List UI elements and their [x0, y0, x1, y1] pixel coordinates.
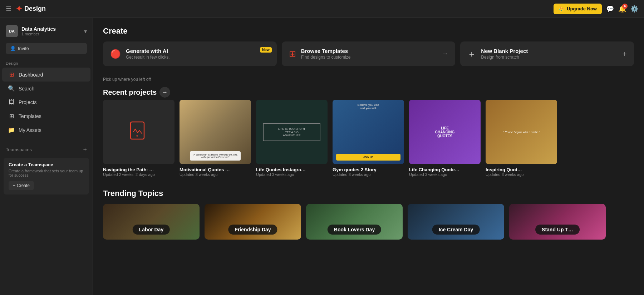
- project-date: Updated 3 weeks ago: [486, 172, 557, 177]
- gear-icon: ⚙️: [630, 5, 638, 13]
- workspace-info: Data Analytics 1 member: [21, 26, 80, 36]
- plus-icon: +: [13, 183, 15, 188]
- project-date: Updated 3 weeks ago: [256, 172, 328, 177]
- user-plus-icon: 👤: [10, 46, 16, 51]
- notifications-button[interactable]: 🔔 6: [618, 5, 626, 13]
- recent-projects-title: Recent projects: [103, 88, 157, 97]
- sidebar-item-projects-label: Projects: [19, 99, 37, 105]
- list-item[interactable]: Book Lovers Day: [306, 204, 403, 240]
- invite-label: Invite: [18, 46, 29, 51]
- brand: ✦ Design: [16, 4, 46, 14]
- projects-icon: 🖼: [8, 99, 15, 105]
- new-project-card-subtitle: Design from scratch: [481, 55, 528, 60]
- sidebar-item-my-assets[interactable]: 📁 My Assets: [2, 123, 90, 137]
- ice-cream-day-label: Ice Cream Day: [432, 225, 480, 235]
- project-thumbnail: LIFE IS TOO SHORTYET A BIGADVENTURE: [256, 100, 328, 164]
- brand-logo: ✦: [16, 4, 22, 14]
- trending-title: Trending Topics: [103, 189, 634, 198]
- project-thumbnail: " Peace begins with a smile.": [486, 100, 557, 164]
- main-content: Create 🔴 Generate with AI Get result in …: [93, 18, 644, 295]
- browse-templates-card[interactable]: ⊞ Browse Templates Find designs to custo…: [282, 41, 456, 66]
- crown-icon: 👑: [559, 6, 565, 12]
- chevron-down-icon: ▾: [84, 28, 87, 35]
- ai-icon: 🔴: [110, 49, 121, 59]
- project-name: Gym quotes 2 Story: [333, 167, 404, 172]
- recent-projects-header: Pick up where you left off Recent projec…: [103, 77, 634, 98]
- recent-projects-scroll: ✦ Navigating the Path: … Updated 2 weeks…: [103, 100, 634, 178]
- templates-icon: ⊞: [8, 113, 15, 119]
- create-teamspace-title: Create a Teamspace: [9, 162, 84, 167]
- new-blank-project-card[interactable]: ＋ New Blank Project Design from scratch …: [460, 41, 634, 66]
- list-item[interactable]: LIFECHANGINGQUOTES Life Changing Quote… …: [409, 100, 481, 177]
- upgrade-label: Upgrade Now: [567, 6, 597, 11]
- list-item[interactable]: Believe you canand you will. JOIN US Gym…: [333, 100, 404, 177]
- book-lovers-day-label: Book Lovers Day: [328, 225, 381, 235]
- grid-icon: ⊞: [289, 49, 296, 59]
- list-item[interactable]: Stand Up T…: [509, 204, 606, 240]
- brand-name: Design: [24, 5, 46, 13]
- sidebar-item-projects[interactable]: 🖼 Projects: [2, 95, 90, 109]
- project-name: Life Quotes Instagra…: [256, 167, 328, 172]
- sidebar-item-templates-label: Templates: [19, 113, 41, 119]
- sidebar-item-dashboard[interactable]: ⊞ Dashboard: [2, 68, 90, 82]
- sidebar-item-search-label: Search: [19, 86, 34, 92]
- project-date: Updated 2 weeks, 2 days ago: [103, 172, 174, 177]
- new-project-plus-icon: +: [622, 49, 627, 59]
- recent-projects-arrow-button[interactable]: →: [159, 87, 170, 98]
- upgrade-button[interactable]: 👑 Upgrade Now: [554, 4, 602, 14]
- plus-circle-icon: ＋: [467, 48, 476, 60]
- create-teamspace-description: Create a framework that sets your team u…: [9, 169, 84, 177]
- project-date: Updated 3 weeks ago: [333, 172, 404, 177]
- topnav: ☰ ✦ Design 👑 Upgrade Now 💬 🔔 6 ⚙️: [0, 0, 644, 18]
- create-cards: 🔴 Generate with AI Get result in few cli…: [103, 41, 634, 66]
- list-item[interactable]: " Peace begins with a smile." Inspiring …: [486, 100, 557, 177]
- sidebar-item-search[interactable]: 🔍 Search: [2, 82, 90, 95]
- friendship-day-label: Friendship Day: [228, 225, 277, 235]
- browse-card-title: Browse Templates: [301, 48, 351, 54]
- pickup-text: Pick up where you left off: [103, 77, 170, 82]
- workspace-members: 1 member: [21, 32, 80, 36]
- trending-topics-scroll: Labor Day Friendship Day Book Lovers Day…: [103, 204, 634, 241]
- list-item[interactable]: Labor Day: [103, 204, 200, 240]
- list-item[interactable]: ✦ Navigating the Path: … Updated 2 weeks…: [103, 100, 174, 177]
- chat-icon: 💬: [606, 5, 614, 13]
- add-teamspace-button[interactable]: +: [83, 146, 87, 153]
- browse-card-subtitle: Find designs to customize: [301, 55, 351, 60]
- project-name: Motivational Quotes …: [180, 167, 251, 172]
- project-thumbnail: Believe you canand you will. JOIN US: [333, 100, 404, 164]
- teamspaces-label: Teamspaces: [6, 147, 32, 152]
- design-section-label: Design: [0, 60, 93, 68]
- dashboard-icon: ⊞: [8, 71, 15, 78]
- project-name: Inspiring Quot…: [486, 167, 557, 172]
- search-icon: 🔍: [8, 85, 15, 92]
- list-item[interactable]: LIFE IS TOO SHORTYET A BIGADVENTURE Life…: [256, 100, 328, 177]
- workspace-avatar: DA: [6, 25, 18, 37]
- list-item[interactable]: "A great man is always willing to be lit…: [180, 100, 251, 177]
- sidebar-item-templates[interactable]: ⊞ Templates: [2, 109, 90, 123]
- sidebar-item-my-assets-label: My Assets: [19, 127, 41, 133]
- ai-card-title: Generate with AI: [126, 48, 170, 54]
- project-placeholder-icon: ✦: [130, 121, 148, 143]
- project-name: Navigating the Path: …: [103, 167, 174, 172]
- project-date: Updated 3 weeks ago: [409, 172, 481, 177]
- settings-button[interactable]: ⚙️: [630, 5, 638, 13]
- list-item[interactable]: Ice Cream Day: [408, 204, 504, 240]
- workspace-header[interactable]: DA Data Analytics 1 member ▾: [0, 22, 93, 40]
- project-thumbnail: LIFECHANGINGQUOTES: [409, 100, 481, 164]
- chat-button[interactable]: 💬: [606, 5, 614, 13]
- create-section-title: Create: [103, 26, 634, 36]
- workspace-name: Data Analytics: [21, 26, 80, 32]
- project-thumbnail: "A great man is always willing to be lit…: [180, 100, 251, 164]
- create-teamspace-card: Create a Teamspace Create a framework th…: [4, 158, 89, 195]
- sidebar-item-dashboard-label: Dashboard: [19, 72, 43, 78]
- generate-ai-card[interactable]: 🔴 Generate with AI Get result in few cli…: [103, 41, 277, 66]
- sidebar: DA Data Analytics 1 member ▾ 👤 Invite De…: [0, 18, 93, 295]
- hamburger-icon[interactable]: ☰: [6, 5, 11, 13]
- new-project-card-title: New Blank Project: [481, 48, 528, 54]
- arrow-right-icon: →: [442, 50, 448, 58]
- list-item[interactable]: Friendship Day: [205, 204, 301, 240]
- invite-button[interactable]: 👤 Invite: [6, 43, 87, 54]
- folder-icon: 📁: [8, 127, 15, 133]
- sidebar-divider: [6, 140, 87, 140]
- create-teamspace-button[interactable]: + Create: [9, 181, 34, 190]
